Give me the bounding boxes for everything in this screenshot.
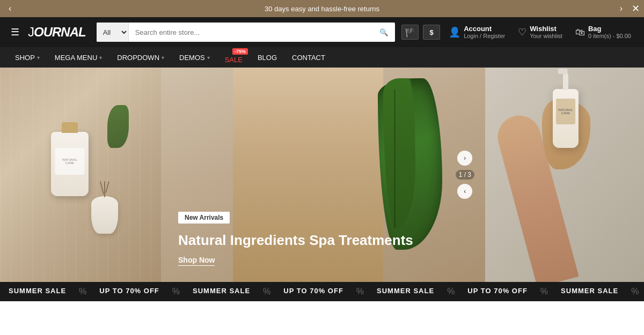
hero-section: NATURALCARE [0,68,644,282]
bag-text: Bag 0 item(s) - $0.00 [588,25,631,40]
search-icon: 🔍 [379,28,389,36]
hero-left-panel: NATURALCARE [0,68,161,282]
announcement-next-button[interactable]: › [616,2,627,16]
logo-text: OURNAL [34,25,86,39]
search-button[interactable]: 🔍 [373,23,395,42]
announcement-bar: ‹ 30 days easy and hassle-free returns ›… [0,0,644,17]
hero-left-background: NATURALCARE [0,68,161,282]
currency-symbol: $ [430,28,434,36]
ticker-item-2: UP TO 70% OFF [91,287,168,296]
chevron-down-icon: ‹ [464,188,466,195]
ticker-sep-3: % [259,287,275,296]
bag-item[interactable]: 🛍 Bag 0 item(s) - $0.00 [571,23,635,42]
chevron-down-icon: ▾ [37,55,40,61]
announcement-prev-button[interactable]: ‹ [4,2,16,16]
nav-bar: SHOP ▾ MEGA MENU ▾ DROPDOWN ▾ DEMOS ▾ -7… [0,47,644,68]
account-icon: 👤 [449,26,460,38]
nav-item-shop[interactable]: SHOP ▾ [9,49,46,66]
ticker-sep-4: % [352,287,368,296]
sale-badge: -75% [232,48,248,55]
chevron-down-icon: ▾ [162,55,164,61]
account-sub: Login / Register [464,33,505,40]
chevron-down-icon: ▾ [207,55,210,61]
wishlist-title: Wishlist [530,25,562,33]
shop-now-link[interactable]: Shop Now [178,256,215,266]
logo-j: j [28,25,34,39]
ticker-sep-2: % [168,287,184,296]
wishlist-item[interactable]: ♡ Wishlist Your wishlist [514,23,567,42]
left-product-display: NATURALCARE [27,100,134,250]
hero-main-background: New Arrivals Natural Ingredients Spa Tre… [161,68,485,282]
slider-prev-button[interactable]: ‹ [457,184,472,199]
ticker-sep-6: % [536,287,552,296]
account-text: Account Login / Register [464,25,505,40]
hero-right-panel: NATURALCARE [485,68,644,282]
bottle-label: NATURALCARE [55,148,85,175]
slider-counter: 1 / 3 [456,170,474,180]
nav-item-dropdown[interactable]: DROPDOWN ▾ [111,49,171,66]
ticker-item-4: UP TO 70% OFF [275,287,352,296]
currency-selector-button[interactable]: $ [423,25,440,40]
hero-content: New Arrivals Natural Ingredients Spa Tre… [178,212,413,265]
bottle-cap [62,122,78,133]
wishlist-text: Wishlist Your wishlist [530,25,562,40]
search-input[interactable] [129,23,373,42]
hero-title: Natural Ingredients Spa Treatments [178,232,413,249]
chevron-down-icon: ▾ [99,55,102,61]
vase-product [91,196,118,234]
hand-product-display: NATURALCARE [515,68,644,282]
nav-item-sale[interactable]: -75% SALE [218,47,249,68]
nav-item-mega-menu[interactable]: MEGA MENU ▾ [48,49,108,66]
flag-icon: 🏴 [405,27,415,38]
menu-icon[interactable]: ☰ [9,24,21,40]
hero-badge: New Arrivals [178,212,230,224]
ticker-item-7: SUMMER SALE [552,287,627,296]
ticker-content: SUMMER SALE % UP TO 70% OFF % SUMMER SAL… [0,287,644,296]
search-container: All 🔍 [97,23,395,42]
slider-nav: › 1 / 3 ‹ [456,151,474,199]
ticker-item-5: SUMMER SALE [368,287,443,296]
nav-item-blog[interactable]: BLOG [251,49,283,66]
heart-icon: ♡ [518,26,526,38]
announcement-close-button[interactable]: ✕ [632,4,640,13]
ticker-sep-1: % [75,287,91,296]
hero-main-panel: New Arrivals Natural Ingredients Spa Tre… [161,68,485,282]
ticker-item-6: UP TO 70% OFF [459,287,536,296]
bag-icon: 🛍 [575,27,585,38]
nav-item-demos[interactable]: DEMOS ▾ [173,49,216,66]
hero-right-background: NATURALCARE [485,68,644,282]
bag-sub: 0 item(s) - $0.00 [588,33,631,40]
nav-item-contact[interactable]: CONTACT [286,49,332,66]
logo[interactable]: jOURNAL [28,25,86,40]
bag-title: Bag [588,25,631,33]
account-title: Account [464,25,505,33]
bottle-right-label: NATURALCARE [558,108,573,115]
header-actions: 🏴 $ 👤 Account Login / Register ♡ Wishlis… [401,23,635,42]
ticker-item-3: SUMMER SALE [184,287,259,296]
ticker-sep-5: % [443,287,459,296]
search-type-select[interactable]: All [97,23,129,42]
ticker-sep-7: % [627,287,643,296]
header: ☰ jOURNAL All 🔍 🏴 $ 👤 Account Login / Re… [0,17,644,47]
account-item[interactable]: 👤 Account Login / Register [444,23,509,42]
ticker-item-1: SUMMER SALE [0,287,75,296]
language-selector-button[interactable]: 🏴 [401,25,419,40]
slider-next-button[interactable]: › [457,151,472,166]
ticker-bar: SUMMER SALE % UP TO 70% OFF % SUMMER SAL… [0,282,644,301]
chevron-up-icon: › [464,154,466,162]
bottle-product: NATURALCARE [51,132,89,196]
wishlist-sub: Your wishlist [530,33,562,40]
announcement-text: 30 days easy and hassle-free returns [265,5,379,13]
